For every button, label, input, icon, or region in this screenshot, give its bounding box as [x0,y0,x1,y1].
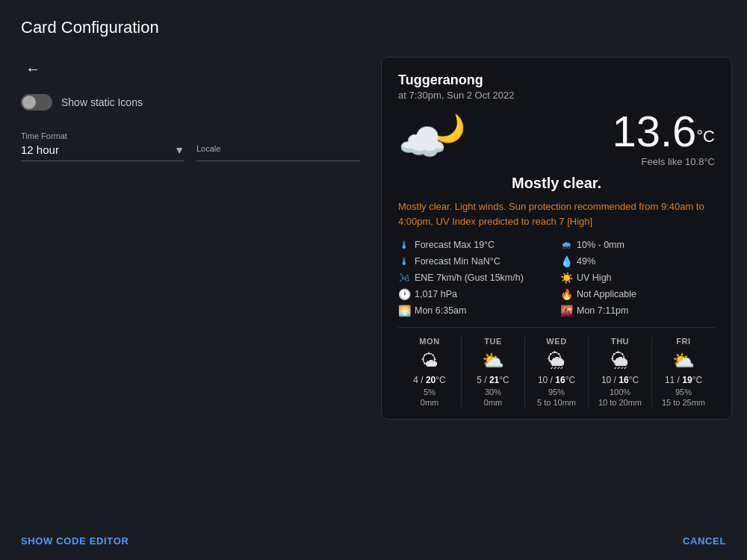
stat-icon: 🔥 [560,288,572,300]
weather-temperature: 13.6°C Feels like 10.8°C [612,110,715,167]
stat-label: UV High [577,273,612,283]
static-icons-toggle[interactable] [21,94,52,111]
stat-icon: 🌡 [398,239,410,251]
stat-label: Mon 6:35am [415,305,466,316]
forecast-day-name: THU [592,337,648,346]
stat-label: Not Applicable [577,289,636,299]
forecast-pop: 95% [655,388,712,396]
weather-location: Tuggeranong [398,72,715,88]
stat-label: Forecast Max 19°C [415,240,495,250]
weather-stats: 🌡Forecast Max 19°C🌧10% - 0mm🌡Forecast Mi… [398,239,715,317]
forecast-day-name: TUE [465,337,521,346]
stat-label: Forecast Min NaN°C [415,256,500,267]
forecast-pop: 30% [465,388,521,396]
forecast-icon: ⛅ [655,350,712,371]
stat-row: 💧49% [560,255,715,267]
stat-row: 🌇Mon 7:11pm [560,305,715,317]
forecast-temps: 11 / 19°C [655,375,712,385]
stat-row: 🌡Forecast Min NaN°C [398,255,553,267]
weather-condition: Mostly clear. [398,175,715,192]
forecast-icon: 🌦 [528,350,585,371]
stat-row: ☀️UV High [560,272,715,284]
time-format-field[interactable]: Time Format 12 hour ▼ [21,131,185,161]
forecast-day: TUE ⛅ 5 / 21°C 30% 0mm [462,337,525,407]
temp-unit: °C [696,127,715,146]
back-button[interactable]: ← [21,57,45,81]
forecast-rain: 5 to 10mm [528,398,585,407]
forecast-day: WED 🌦 10 / 16°C 95% 5 to 10mm [525,337,589,407]
stat-row: 🔥Not Applicable [560,288,715,300]
stat-label: Mon 7:11pm [577,305,628,316]
forecast-temps: 5 / 21°C [465,375,521,385]
forecast-rain: 10 to 20mm [592,398,648,407]
stat-icon: 🕐 [398,288,410,300]
forecast-day-name: FRI [655,337,712,346]
right-panel: Tuggeranong at 7:30pm, Sun 2 Oct 2022 🌙 … [381,49,747,557]
forecast-day-name: WED [528,337,585,346]
left-panel: ← Show static Icons Time Format 12 hour … [0,49,381,557]
forecast-day: THU 🌦 10 / 16°C 100% 10 to 20mm [589,337,652,407]
forecast-day: FRI ⛅ 11 / 19°C 95% 15 to 25mm [652,337,715,407]
chevron-down-icon: ▼ [174,144,185,156]
forecast-temps: 10 / 16°C [592,375,648,385]
stat-row: 🌬ENE 7km/h (Gust 15km/h) [398,272,553,284]
toggle-thumb [22,96,36,109]
forecast-day: MON 🌤 4 / 20°C 5% 0mm [398,337,462,407]
stat-label: 1,017 hPa [415,289,457,299]
stat-label: 49% [577,256,595,267]
forecast-icon: 🌤 [401,350,458,371]
forecast-icon: ⛅ [465,350,521,371]
stat-icon: 🌡 [398,255,410,267]
show-code-editor-button[interactable]: SHOW CODE EDITOR [21,535,129,547]
forecast-pop: 95% [528,388,585,396]
stat-row: 🌅Mon 6:35am [398,305,553,317]
forecast-rain: 0mm [401,398,458,407]
forecast-icon: 🌦 [592,350,648,371]
weather-top: 🌙 ☁️ 13.6°C Feels like 10.8°C [398,110,715,167]
locale-field[interactable]: Locale [196,144,360,161]
forecast-pop: 5% [401,388,458,396]
page-title: Card Configuration [0,0,747,49]
weather-description: Mostly clear. Light winds. Sun protectio… [398,199,715,228]
forecast-day-name: MON [401,337,458,346]
forecast-rain: 15 to 25mm [655,398,712,407]
stat-icon: 🌧 [560,239,572,251]
stat-icon: 🌇 [560,305,572,317]
form-row: Time Format 12 hour ▼ Locale [21,131,360,161]
forecast-rain: 0mm [465,398,521,407]
stat-icon: 💧 [560,255,572,267]
time-format-label: Time Format [21,131,185,140]
stat-label: 10% - 0mm [577,240,624,250]
forecast-temps: 4 / 20°C [401,375,458,385]
cancel-button[interactable]: CANCEL [683,535,726,547]
footer: SHOW CODE EDITOR CANCEL [0,522,747,560]
stat-row: 🌡Forecast Max 19°C [398,239,553,251]
stat-icon: 🌅 [398,305,410,317]
time-format-value: 12 hour [21,143,59,156]
locale-label: Locale [196,144,360,153]
weather-card: Tuggeranong at 7:30pm, Sun 2 Oct 2022 🌙 … [381,57,732,420]
stat-label: ENE 7km/h (Gust 15km/h) [415,273,524,283]
feels-like: Feels like 10.8°C [612,156,715,167]
temp-value: 13.6 [612,107,696,155]
weather-main-icon: 🌙 ☁️ [398,113,465,165]
weather-datetime: at 7:30pm, Sun 2 Oct 2022 [398,90,715,101]
stat-icon: 🌬 [398,272,410,284]
weather-forecast: MON 🌤 4 / 20°C 5% 0mm TUE ⛅ 5 / 21°C 30%… [398,327,715,407]
forecast-temps: 10 / 16°C [528,375,585,385]
stat-row: 🕐1,017 hPa [398,288,553,300]
toggle-row: Show static Icons [21,94,360,111]
toggle-label: Show static Icons [61,96,143,108]
cloud-icon: ☁️ [398,119,447,165]
stat-row: 🌧10% - 0mm [560,239,715,251]
stat-icon: ☀️ [560,272,572,284]
forecast-pop: 100% [592,388,648,396]
